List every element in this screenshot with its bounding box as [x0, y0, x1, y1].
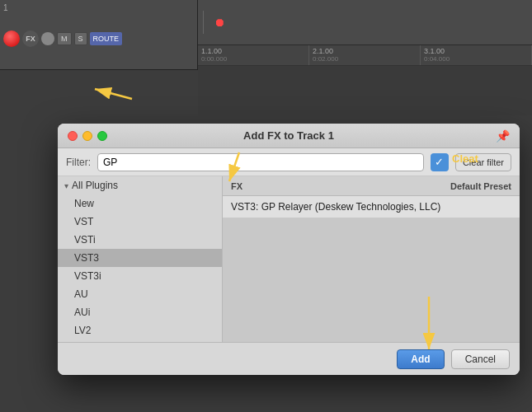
tree-item-au-label: AU: [74, 288, 88, 300]
plugin-list-header: FX Default Preset: [223, 176, 520, 196]
dialog-titlebar: Add FX to Track 1 📌: [58, 124, 520, 148]
tree-item-au[interactable]: AU: [58, 285, 222, 303]
dialog-footer: Add Cancel: [58, 342, 520, 375]
tree-item-aui-label: AUi: [74, 307, 90, 318]
filter-row: Filter: ✓ Clear filter: [58, 148, 520, 176]
tree-item-vsti[interactable]: VSTi: [58, 231, 222, 249]
filter-checkbox[interactable]: ✓: [431, 153, 449, 171]
track-s-button[interactable]: S: [74, 32, 87, 45]
tree-item-new-label: New: [74, 198, 94, 209]
track-power-button[interactable]: [41, 32, 54, 45]
timeline: 1.1.00 0:00.000 2.1.00 0:02.000 3.1.00 0…: [198, 45, 532, 66]
tree-item-vst3i[interactable]: VST3i: [58, 267, 222, 285]
pin-icon[interactable]: 📌: [496, 129, 510, 143]
timeline-mark-3: 3.1.00 0:04.000: [421, 45, 532, 65]
col-fx-header: FX: [231, 181, 412, 191]
track-number: 1: [3, 3, 8, 12]
tree-item-vst3i-label: VST3i: [74, 270, 101, 282]
add-fx-dialog: Add FX to Track 1 📌 Filter: ✓ Clear filt…: [58, 124, 520, 375]
add-button[interactable]: Add: [397, 349, 444, 369]
tree-item-vst-label: VST: [74, 216, 93, 227]
tree-item-all-plugins[interactable]: ▾ All Plugins: [58, 176, 222, 194]
filter-label: Filter:: [66, 157, 91, 168]
timeline-mark-2: 2.1.00 0:02.000: [309, 45, 421, 65]
plugin-category-panel: ▾ All Plugins New VST VSTi VST3 VST3i: [58, 176, 223, 342]
track-content: [198, 66, 532, 115]
tree-item-lv2-label: LV2: [74, 325, 91, 336]
track-controls: FX M S ROUTE: [3, 30, 122, 47]
timeline-mark-1: 1.1.00 0:00.000: [198, 45, 309, 65]
record-icon[interactable]: ⏺: [210, 13, 228, 31]
dialog-title: Add FX to Track 1: [58, 129, 520, 142]
track-record-button[interactable]: [3, 30, 20, 47]
toolbar-separator-3: [203, 11, 204, 34]
tree-item-aui[interactable]: AUi: [58, 303, 222, 321]
track-route-button[interactable]: ROUTE: [90, 32, 123, 45]
tree-item-vst3-label: VST3: [74, 252, 99, 264]
track-header: 1 FX M S ROUTE: [0, 0, 198, 70]
tree-item-vst3[interactable]: VST3: [58, 249, 222, 267]
tree-item-vsti-label: VSTi: [74, 234, 96, 246]
cancel-button[interactable]: Cancel: [451, 349, 510, 369]
filter-input[interactable]: [97, 153, 424, 171]
tree-item-lv2[interactable]: LV2: [58, 321, 222, 339]
tree-item-new[interactable]: New: [58, 194, 222, 213]
col-preset-header: Default Preset: [412, 181, 511, 191]
clear-filter-button[interactable]: Clear filter: [455, 153, 511, 171]
track-fx-button[interactable]: FX: [22, 30, 39, 47]
plugin-name-0: VST3: GP Relayer (Deskew Technologies, L…: [231, 201, 440, 213]
tree-item-vst[interactable]: VST: [58, 213, 222, 231]
tree-item-all-plugins-label: All Plugins: [72, 180, 118, 191]
dialog-main: ▾ All Plugins New VST VSTi VST3 VST3i: [58, 176, 520, 342]
chevron-icon: ▾: [64, 181, 68, 190]
track-m-button[interactable]: M: [57, 32, 72, 45]
plugin-row-0[interactable]: VST3: GP Relayer (Deskew Technologies, L…: [223, 196, 520, 218]
plugin-list-panel: FX Default Preset VST3: GP Relayer (Desk…: [223, 176, 520, 342]
